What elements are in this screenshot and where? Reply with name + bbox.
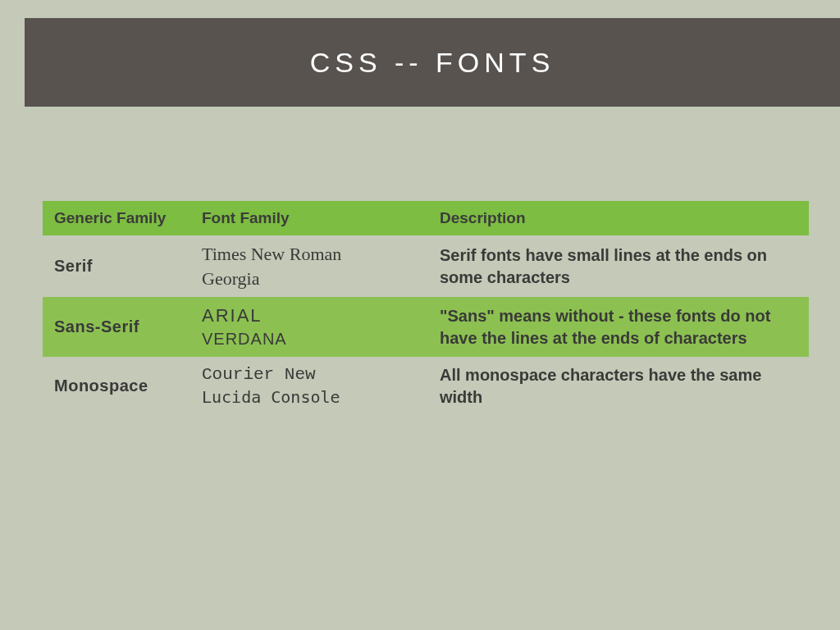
cell-generic: Sans-serif	[43, 297, 190, 357]
cell-description: Serif fonts have small lines at the ends…	[428, 235, 809, 297]
font-sample: Lucida Console	[202, 386, 417, 409]
cell-description: All monospace characters have the same w…	[428, 357, 809, 415]
table-row: Monospace Courier New Lucida Console All…	[43, 357, 809, 415]
header-generic: Generic family	[43, 201, 190, 235]
table-row: Serif Times New Roman Georgia Serif font…	[43, 235, 809, 297]
font-sample: Times New Roman	[202, 242, 417, 267]
font-sample: Georgia	[202, 267, 417, 291]
table-header-row: Generic family Font family Description	[43, 201, 809, 235]
content-area: Generic family Font family Description S…	[25, 127, 840, 614]
slide-title: CSS -- FONTS	[310, 47, 555, 79]
font-sample: Verdana	[202, 328, 417, 350]
header-family: Font family	[190, 201, 428, 235]
header-description: Description	[428, 201, 809, 235]
cell-generic: Monospace	[43, 357, 190, 415]
cell-description: "Sans" means without - these fonts do no…	[428, 297, 809, 357]
cell-family: Courier New Lucida Console	[190, 357, 428, 415]
slide: CSS -- FONTS Generic family Font family …	[0, 0, 840, 630]
font-sample: Arial	[202, 304, 417, 328]
cell-family: Arial Verdana	[190, 297, 428, 357]
table-row: Sans-serif Arial Verdana "Sans" means wi…	[43, 297, 809, 357]
title-bar: CSS -- FONTS	[25, 18, 840, 107]
fonts-table: Generic family Font family Description S…	[43, 201, 809, 415]
cell-family: Times New Roman Georgia	[190, 235, 428, 297]
cell-generic: Serif	[43, 235, 190, 297]
font-sample: Courier New	[202, 363, 417, 386]
